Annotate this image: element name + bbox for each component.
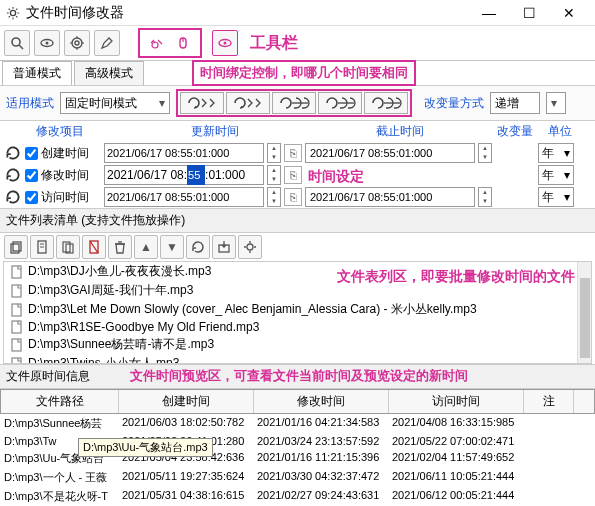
hdr-update: 更新时间 xyxy=(120,123,310,140)
table-row[interactable]: D:\mp3\不是花火呀-T2021/05/31 04:38:16:615202… xyxy=(0,487,595,506)
table-row[interactable]: D:\mp3\Sunnee杨芸2021/06/03 18:02:50:78220… xyxy=(0,414,595,433)
field-headers: 修改项目 更新时间 截止时间 改变量 单位 xyxy=(0,121,595,142)
chevron-down-icon: ▾ xyxy=(159,96,165,110)
copy-icon[interactable]: ⎘ xyxy=(284,188,302,206)
access-cut-stepper[interactable]: ▲▼ xyxy=(478,187,492,207)
file-trash-button[interactable] xyxy=(108,235,132,259)
file-pages-button[interactable] xyxy=(56,235,80,259)
create-update-field[interactable]: 2021/06/17 08:55:01:000 xyxy=(104,143,264,163)
maximize-button[interactable]: ☐ xyxy=(509,0,549,26)
svg-rect-37 xyxy=(12,321,21,333)
access-update-stepper[interactable]: ▲▼ xyxy=(267,187,281,207)
tool-search-button[interactable] xyxy=(4,30,30,56)
toolbar-label: 工具栏 xyxy=(250,33,298,54)
link-button-1[interactable] xyxy=(180,92,224,114)
file-page-button[interactable] xyxy=(30,235,54,259)
create-cut-field[interactable]: 2021/06/17 08:55:01:000 xyxy=(305,143,475,163)
change-mode-chevron[interactable]: ▾ xyxy=(546,92,566,114)
time-link-group xyxy=(176,89,412,117)
file-icon xyxy=(10,338,24,352)
col-create[interactable]: 创建时间 xyxy=(119,390,254,413)
close-button[interactable]: ✕ xyxy=(549,0,589,26)
col-note[interactable]: 注 xyxy=(524,390,574,413)
refresh-icon[interactable] xyxy=(4,144,22,162)
tool-preview-button[interactable] xyxy=(212,30,238,56)
file-icon xyxy=(10,357,24,365)
access-cut-field[interactable]: 2021/06/17 08:55:01:000 xyxy=(305,187,475,207)
file-path: D:\mp3\DJ小鱼儿-夜夜夜漫长.mp3 xyxy=(28,263,211,280)
svg-point-4 xyxy=(46,42,49,45)
tab-advanced[interactable]: 高级模式 xyxy=(74,61,144,85)
link-button-4[interactable] xyxy=(318,92,362,114)
file-refresh-button[interactable] xyxy=(186,235,210,259)
table-row[interactable]: D:\mp3\一个人 - 王薇2021/05/11 19:27:35:62420… xyxy=(0,468,595,487)
file-path: D:\mp3\Let Me Down Slowly (cover_ Alec B… xyxy=(28,301,477,318)
refresh-icon[interactable] xyxy=(4,188,22,206)
list-item[interactable]: D:\mp3\Sunnee杨芸晴-请不是.mp3 xyxy=(4,335,591,354)
link-button-3[interactable] xyxy=(272,92,316,114)
list-item[interactable]: D:\mp3\Twins-小小女人.mp3 xyxy=(4,354,591,364)
file-copy-button[interactable] xyxy=(4,235,28,259)
create-cut-stepper[interactable]: ▲▼ xyxy=(478,143,492,163)
tab-annotation: 时间绑定控制，即哪几个时间要相同 xyxy=(192,60,416,86)
refresh-icon[interactable] xyxy=(4,166,22,184)
create-unit-select[interactable]: 年▾ xyxy=(538,143,574,163)
access-update-field[interactable]: 2021/06/17 08:55:01:000 xyxy=(104,187,264,207)
modify-checkbox[interactable] xyxy=(25,169,38,182)
modify-up-b: :01:000 xyxy=(205,168,245,182)
chevron-down-icon: ▾ xyxy=(564,190,570,204)
scrollbar[interactable] xyxy=(577,262,591,363)
tool-eye-button[interactable] xyxy=(34,30,60,56)
create-update-stepper[interactable]: ▲▼ xyxy=(267,143,281,163)
hdr-cut: 截止时间 xyxy=(310,123,490,140)
tab-bar: 普通模式 高级模式 时间绑定控制，即哪几个时间要相同 xyxy=(0,61,595,85)
svg-line-2 xyxy=(19,45,23,49)
svg-point-15 xyxy=(224,42,227,45)
file-export-button[interactable] xyxy=(212,235,236,259)
copy-icon[interactable]: ⎘ xyxy=(284,166,302,184)
window-title: 文件时间修改器 xyxy=(26,4,124,22)
link-button-5[interactable] xyxy=(364,92,408,114)
tool-brush-button[interactable] xyxy=(94,30,120,56)
apply-mode-value: 固定时间模式 xyxy=(65,95,137,112)
copy-icon[interactable]: ⎘ xyxy=(284,144,302,162)
access-unit-select[interactable]: 年▾ xyxy=(538,187,574,207)
file-settings-button[interactable] xyxy=(238,235,262,259)
create-checkbox[interactable] xyxy=(25,147,38,160)
link-button-2[interactable] xyxy=(226,92,270,114)
svg-point-5 xyxy=(72,38,82,48)
modify-update-field[interactable]: 2021/06/17 08:55:01:000 xyxy=(104,165,264,185)
scrollbar-thumb[interactable] xyxy=(580,278,590,358)
tab-basic[interactable]: 普通模式 xyxy=(2,61,72,85)
svg-point-0 xyxy=(10,10,15,15)
change-mode-value: 递增 xyxy=(495,95,519,112)
apply-mode-select[interactable]: 固定时间模式▾ xyxy=(60,92,170,114)
time-annotation: 时间设定 xyxy=(308,168,364,186)
list-item[interactable]: D:\mp3\Let Me Down Slowly (cover_ Alec B… xyxy=(4,300,591,319)
minimize-button[interactable]: — xyxy=(469,0,509,26)
file-path: D:\mp3\GAI周延-我们十年.mp3 xyxy=(28,282,193,299)
tool-mouse-button[interactable] xyxy=(170,30,196,56)
tooltip: D:\mp3\Uu-气象站台.mp3 xyxy=(78,438,213,457)
apply-label: 适用模式 xyxy=(6,95,54,112)
file-down-button[interactable]: ▼ xyxy=(160,235,184,259)
change-mode-select[interactable]: 递增 xyxy=(490,92,540,114)
filelist-annotation: 文件表列区，即要批量修改时间的文件 xyxy=(337,268,575,286)
hdr-delta: 改变量 xyxy=(490,123,540,140)
list-item[interactable]: D:\mp3\R1SE-Goodbye My Old Friend.mp3 xyxy=(4,319,591,335)
file-up-button[interactable]: ▲ xyxy=(134,235,158,259)
col-access[interactable]: 访问时间 xyxy=(389,390,524,413)
gear-icon xyxy=(6,6,20,20)
file-delete-button[interactable] xyxy=(82,235,106,259)
modify-update-stepper[interactable]: ▲▼ xyxy=(267,165,281,185)
row-access: 访问时间 2021/06/17 08:55:01:000 ▲▼ ⎘ 2021/0… xyxy=(0,186,595,208)
unit-value: 年 xyxy=(542,167,554,184)
col-path[interactable]: 文件路径 xyxy=(1,390,119,413)
chevron-down-icon: ▾ xyxy=(551,96,557,110)
svg-point-17 xyxy=(241,106,243,108)
tool-erase-button[interactable] xyxy=(144,30,170,56)
col-modify[interactable]: 修改时间 xyxy=(254,390,389,413)
access-checkbox[interactable] xyxy=(25,191,38,204)
modify-unit-select[interactable]: 年▾ xyxy=(538,165,574,185)
tool-target-button[interactable] xyxy=(64,30,90,56)
